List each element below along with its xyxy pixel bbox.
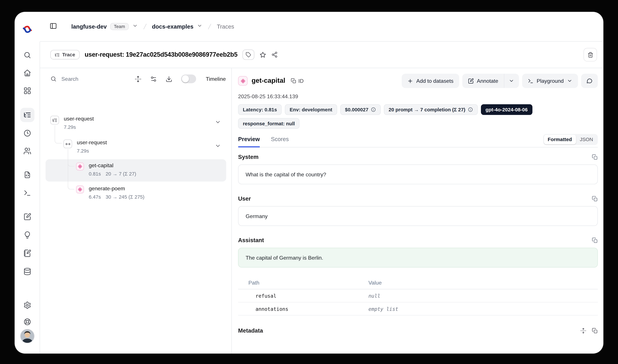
filter-settings-icon[interactable] (150, 76, 157, 82)
assistant-role-label: Assistant (238, 237, 264, 243)
dashboard-grid-icon (24, 87, 31, 95)
copy-metadata-icon[interactable] (592, 328, 598, 334)
info-icon (468, 107, 473, 112)
tag-button[interactable] (243, 50, 255, 60)
org-dropdown-button[interactable] (132, 23, 138, 30)
latency-badge: Latency: 0.81s (238, 104, 282, 115)
avatar-photo (21, 329, 34, 343)
annotate-dropdown-button[interactable] (504, 74, 519, 88)
observation-actions: Add to datasets Annotate (402, 74, 598, 88)
playground-button[interactable]: Playground (522, 74, 578, 88)
metadata-label: Metadata (238, 327, 263, 334)
comments-button[interactable] (581, 74, 598, 88)
collapse-tree-icon[interactable] (135, 76, 142, 82)
sidebar-item-users[interactable] (24, 147, 31, 155)
collapse-node-button[interactable] (215, 143, 221, 151)
format-formatted-option[interactable]: Formatted (544, 135, 576, 144)
lightbulb-icon (24, 231, 31, 239)
sidebar-item-annotation-queues[interactable] (24, 249, 31, 257)
node-tokens: 30 → 245 (Σ 275) (106, 194, 144, 200)
tree-node-get-capital[interactable]: get-capital 0.81s 20 → 7 (Σ 27) (76, 163, 136, 177)
path-column-header: Path (238, 280, 369, 286)
terminal-icon (24, 189, 31, 197)
copy-system-button[interactable] (592, 154, 598, 160)
sidebar-item-evals[interactable] (24, 213, 31, 221)
trash-icon (587, 52, 593, 58)
observation-badges: Latency: 0.81s Env: development $0.00002… (238, 104, 592, 129)
observation-timestamp: 2025-08-25 16:33:44.139 (238, 94, 598, 100)
sidebar-item-dashboards[interactable] (24, 87, 31, 95)
annotate-label: Annotate (477, 78, 498, 84)
format-json-option[interactable]: JSON (576, 135, 597, 144)
sidebar-toggle-button[interactable] (50, 22, 57, 31)
tree-connector (68, 149, 75, 189)
system-role-label: System (238, 154, 258, 160)
tab-preview[interactable]: Preview (238, 134, 260, 147)
node-duration: 7.29s (77, 148, 89, 154)
copy-user-button[interactable] (592, 196, 598, 202)
user-role-label: User (238, 195, 251, 202)
generation-icon (77, 187, 82, 192)
copy-assistant-button[interactable] (592, 237, 598, 243)
observation-header: get-capital ID Add to datasets (238, 74, 598, 88)
tag-icon (246, 52, 251, 57)
annotate-button[interactable]: Annotate (462, 74, 504, 88)
download-icon[interactable] (166, 76, 173, 82)
assistant-message-content: The capital of Germany is Berlin. (238, 248, 598, 267)
project-dropdown-button[interactable] (197, 23, 203, 30)
detail-scroll-area[interactable]: System What is the capital of the countr… (238, 147, 598, 353)
main-area: Timeline user-request 7.29s (40, 68, 603, 353)
sidebar-item-settings[interactable] (24, 301, 31, 309)
cost-badge[interactable]: $0.000027 (340, 104, 381, 115)
app-window: langfuse-dev Team docs-examples Traces T… (15, 12, 603, 354)
org-name[interactable]: langfuse-dev (71, 24, 107, 30)
delete-trace-button[interactable] (584, 48, 597, 62)
square-pen-icon (24, 213, 31, 221)
copy-id-button[interactable]: ID (291, 78, 304, 84)
sidebar-item-tracing[interactable] (20, 108, 35, 122)
tree-node-generate-poem[interactable]: generate-poem 6.47s 30 → 245 (Σ 275) (76, 185, 144, 200)
timeline-label: Timeline (206, 76, 226, 82)
copy-icon (592, 154, 598, 160)
langfuse-logo[interactable] (23, 25, 32, 34)
sidebar-item-home[interactable] (24, 69, 31, 77)
sidebar-item-insights[interactable] (24, 231, 31, 239)
annotate-split-button: Annotate (462, 74, 519, 88)
generation-chip (238, 76, 247, 86)
user-avatar[interactable] (20, 329, 35, 343)
user-message-content: Germany (238, 206, 598, 226)
breadcrumb-section[interactable]: Traces (217, 24, 234, 30)
assistant-message-section: Assistant The capital of Germany is Berl… (238, 237, 598, 268)
sidebar-item-datasets[interactable] (24, 268, 31, 276)
model-badge[interactable]: gpt-4o-2024-08-06 (481, 104, 532, 115)
trace-type-badge: Trace (50, 50, 79, 59)
expand-metadata-icon[interactable] (580, 328, 586, 334)
collapse-node-button[interactable] (215, 119, 221, 127)
timeline-toggle[interactable] (181, 75, 196, 83)
tab-scores[interactable]: Scores (271, 134, 289, 147)
tree-node-span[interactable]: user-request 7.29s (64, 140, 107, 154)
project-name[interactable]: docs-examples (152, 24, 193, 30)
chevron-down-icon (215, 119, 221, 125)
tree-search-input[interactable] (62, 76, 105, 82)
sidebar-item-playground[interactable] (24, 189, 31, 197)
org-plan-badge: Team (110, 23, 129, 30)
add-to-datasets-button[interactable]: Add to datasets (402, 74, 459, 88)
node-duration: 7.29s (64, 124, 76, 130)
sidebar-item-search[interactable] (24, 51, 31, 59)
tree-node-trace[interactable]: user-request 7.29s (50, 116, 94, 130)
chevron-down-icon (132, 23, 138, 28)
terminal-icon (528, 78, 534, 84)
breadcrumb-separator-icon (206, 23, 213, 30)
user-message-section: User Germany (238, 195, 598, 226)
bookmark-button[interactable] (260, 51, 267, 58)
notebook-pen-icon (24, 249, 31, 257)
sidebar-item-support[interactable] (24, 318, 31, 326)
sidebar-item-sessions[interactable] (24, 129, 31, 137)
trace-tree-panel: Timeline user-request 7.29s (40, 68, 232, 353)
share-button[interactable] (271, 52, 278, 58)
tokens-badge[interactable]: 20 prompt → 7 completion (Σ 27) (384, 104, 478, 115)
node-label: generate-poem (89, 185, 144, 192)
users-icon (24, 147, 31, 155)
sidebar-item-prompts[interactable] (24, 171, 31, 179)
